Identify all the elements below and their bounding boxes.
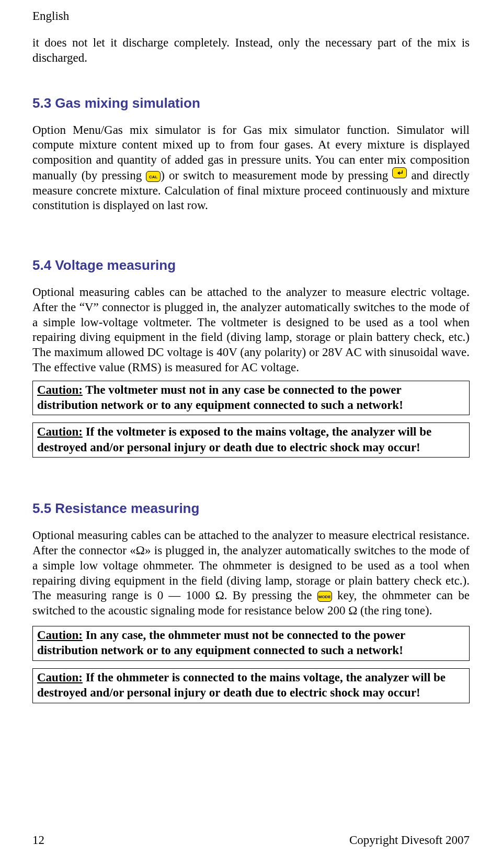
sec53-part2: ) or switch to measurement mode by press… [161,169,392,182]
footer: 12 Copyright Divesoft 2007 [32,833,470,847]
header-language: English [32,9,470,23]
caution-box-ohmmeter-2: Caution: If the ohmmeter is connected to… [32,668,470,703]
page-number: 12 [32,833,44,847]
section-5-3-body: Option Menu/Gas mix simulator is for Gas… [32,123,470,214]
caution-lead: Caution: [37,671,83,684]
caution-box-voltmeter-2: Caution: If the voltmeter is exposed to … [32,422,470,458]
caution-text: If the voltmeter is exposed to the mains… [37,425,431,453]
mode-key-icon: MODE [317,591,332,602]
caution-text: If the ohmmeter is connected to the main… [37,671,446,699]
caution-lead: Caution: [37,425,83,438]
caution-lead: Caution: [37,383,83,396]
page: English it does not let it discharge com… [0,0,502,868]
caution-box-ohmmeter-1: Caution: In any case, the ohmmeter must … [32,626,470,661]
cal-key-icon: CAL [146,171,161,182]
caution-text: In any case, the ohmmeter must not be co… [37,629,405,657]
section-5-4-body: Optional measuring cables can be attache… [32,285,470,375]
caution-text: The voltmeter must not in any case be co… [37,383,403,412]
continuation-paragraph: it does not let it discharge completely.… [32,36,470,66]
section-5-5-title: 5.5 Resistance measuring [32,500,470,517]
section-5-5-body: Optional measuring cables can be attache… [32,528,470,619]
section-5-3-title: 5.3 Gas mixing simulation [32,95,470,111]
copyright: Copyright Divesoft 2007 [349,833,470,847]
caution-box-voltmeter-1: Caution: The voltmeter must not in any c… [32,381,470,416]
section-5-4-title: 5.4 Voltage measuring [32,257,470,273]
caution-lead: Caution: [37,629,83,642]
enter-key-icon [392,167,407,178]
